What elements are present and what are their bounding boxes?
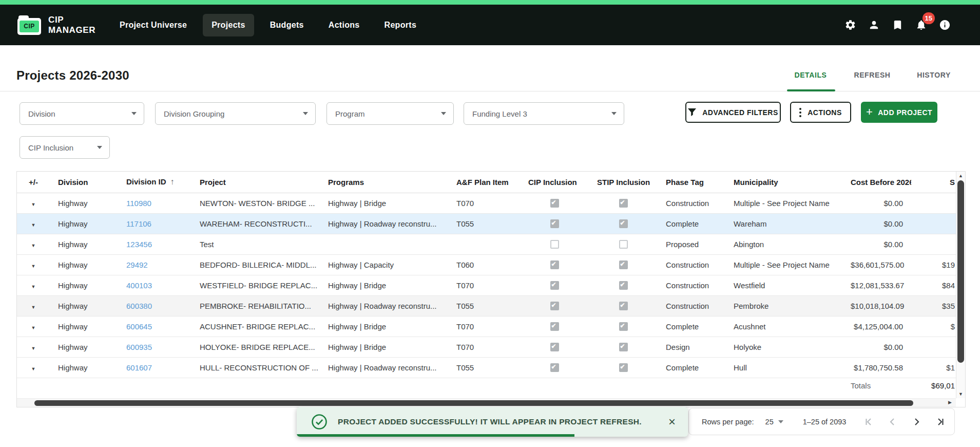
column-header-division-id[interactable]: Division ID↑ xyxy=(118,172,191,193)
stip-inclusion-checkbox[interactable] xyxy=(619,240,628,249)
cell-next-column-clipped xyxy=(911,193,956,213)
filter-division-grouping[interactable]: Division Grouping xyxy=(155,102,316,125)
filter-cip-inclusion[interactable]: CIP Inclusion xyxy=(20,136,110,159)
horizontal-scrollbar[interactable]: ▶ xyxy=(17,398,956,407)
row-expander-icon[interactable]: ▼ xyxy=(31,305,36,310)
nav-actions[interactable]: Actions xyxy=(320,14,369,36)
scroll-down-arrow-icon[interactable]: ▼ xyxy=(956,392,965,397)
settings-gear-icon[interactable] xyxy=(843,18,857,32)
stip-inclusion-checkbox[interactable] xyxy=(619,322,628,331)
stip-inclusion-checkbox[interactable] xyxy=(619,281,628,290)
logo-text: CIP xyxy=(20,21,39,32)
scroll-up-arrow-icon[interactable]: ▲ xyxy=(956,173,965,178)
previous-page-button[interactable] xyxy=(887,416,899,428)
first-page-button[interactable] xyxy=(863,416,875,428)
row-expander-icon[interactable]: ▼ xyxy=(31,284,36,289)
column-header-cost-before-2026[interactable]: Cost Before 2026 xyxy=(842,172,911,193)
division-id-link[interactable]: 117106 xyxy=(126,219,151,228)
column-header-cip-inclusion[interactable]: CIP Inclusion xyxy=(520,172,589,193)
horizontal-scrollbar-thumb[interactable] xyxy=(34,400,913,406)
scroll-right-arrow-icon[interactable]: ▶ xyxy=(948,400,952,405)
tab-refresh[interactable]: REFRESH xyxy=(841,68,903,79)
column-header-stip-inclusion[interactable]: STIP Inclusion xyxy=(589,172,658,193)
cell-af-plan-item: T055 xyxy=(448,213,520,234)
stip-inclusion-checkbox[interactable] xyxy=(619,343,628,351)
division-id-link[interactable]: 601607 xyxy=(126,363,152,372)
row-expander-icon[interactable]: ▼ xyxy=(31,243,36,248)
close-icon[interactable]: × xyxy=(668,416,676,428)
pagination-bar: Rows per page: 25 1–25 of 2093 xyxy=(688,408,955,435)
row-expander-icon[interactable]: ▼ xyxy=(31,202,36,207)
cip-inclusion-checkbox[interactable] xyxy=(550,343,559,351)
stip-inclusion-checkbox[interactable] xyxy=(619,219,628,228)
cip-inclusion-checkbox[interactable] xyxy=(550,199,559,208)
cip-inclusion-checkbox[interactable] xyxy=(550,322,559,331)
cell-stip-inclusion xyxy=(589,337,658,357)
cip-inclusion-checkbox[interactable] xyxy=(550,363,559,372)
table-row: ▼Highway601607HULL- RECONSTRUCTION OF ..… xyxy=(17,357,956,378)
last-page-button[interactable] xyxy=(934,416,946,428)
nav-projects[interactable]: Projects xyxy=(203,14,254,36)
filter-funding-level-3[interactable]: Funding Level 3 xyxy=(464,102,624,125)
actions-button[interactable]: ACTIONS xyxy=(790,102,851,123)
rows-per-page-select[interactable]: 25 xyxy=(765,418,783,426)
column-header-division[interactable]: Division xyxy=(50,172,118,193)
stip-inclusion-checkbox[interactable] xyxy=(619,199,628,208)
notifications-bell-icon[interactable]: 15 xyxy=(914,18,928,32)
cip-inclusion-checkbox[interactable] xyxy=(550,219,559,228)
cell-cip-inclusion xyxy=(520,254,589,275)
user-profile-icon[interactable] xyxy=(867,18,880,32)
cell-municipality: Pembroke xyxy=(725,295,842,316)
division-id-link[interactable]: 400103 xyxy=(126,281,152,290)
chevron-down-icon xyxy=(441,112,446,115)
cell-cost-before-2026: $0.00 xyxy=(842,193,911,213)
nav-project-universe[interactable]: Project Universe xyxy=(111,14,196,36)
stip-inclusion-checkbox[interactable] xyxy=(619,363,628,372)
division-id-link[interactable]: 29492 xyxy=(126,260,148,269)
vertical-scrollbar-thumb[interactable] xyxy=(957,180,964,363)
column-header-s[interactable]: S xyxy=(911,172,956,193)
division-id-link[interactable]: 600935 xyxy=(126,343,152,351)
tab-details[interactable]: DETAILS xyxy=(780,68,841,79)
division-id-link[interactable]: 123456 xyxy=(126,240,152,249)
table-row: ▼Highway400103WESTFIELD- BRIDGE REPLAC..… xyxy=(17,275,956,295)
cell-next-column-clipped: $ xyxy=(911,316,956,337)
filter-program[interactable]: Program xyxy=(326,102,454,125)
column-header-municipality[interactable]: Municipality xyxy=(725,172,842,193)
brand[interactable]: CIP CIP MANAGER xyxy=(17,15,95,35)
tab-history[interactable]: HISTORY xyxy=(903,68,965,79)
cip-inclusion-checkbox[interactable] xyxy=(550,302,559,310)
row-expander-icon[interactable]: ▼ xyxy=(31,222,36,228)
vertical-scrollbar[interactable]: ▲ ▼ xyxy=(956,172,965,398)
cell-programs: Highway | Roadway reconstru... xyxy=(320,357,448,378)
filter-division[interactable]: Division xyxy=(20,102,144,125)
nav-reports[interactable]: Reports xyxy=(376,14,426,36)
add-project-button[interactable]: + ADD PROJECT xyxy=(861,102,937,123)
cell-municipality: Multiple - See Project Name xyxy=(725,254,842,275)
cip-inclusion-checkbox[interactable] xyxy=(550,281,559,290)
cell-phase-tag: Construction xyxy=(658,295,725,316)
column-header-programs[interactable]: Programs xyxy=(320,172,448,193)
division-id-link[interactable]: 600645 xyxy=(126,322,152,331)
column-header--[interactable]: +/- xyxy=(17,172,50,193)
next-page-button[interactable] xyxy=(910,416,923,428)
row-expander-icon[interactable]: ▼ xyxy=(31,346,36,351)
info-icon[interactable] xyxy=(938,18,951,32)
bookmark-icon[interactable] xyxy=(891,18,904,32)
division-id-link[interactable]: 600380 xyxy=(126,302,152,310)
stip-inclusion-checkbox[interactable] xyxy=(619,260,628,269)
nav-budgets[interactable]: Budgets xyxy=(261,14,313,36)
cip-inclusion-checkbox[interactable] xyxy=(550,240,559,249)
row-expander-icon[interactable]: ▼ xyxy=(31,264,36,269)
advanced-filters-button[interactable]: ADVANCED FILTERS xyxy=(685,102,781,123)
row-expander-icon[interactable]: ▼ xyxy=(31,366,36,371)
column-header-phase-tag[interactable]: Phase Tag xyxy=(658,172,725,193)
column-header-project[interactable]: Project xyxy=(191,172,320,193)
column-header-a-f-plan-item[interactable]: A&F Plan Item xyxy=(448,172,520,193)
stip-inclusion-checkbox[interactable] xyxy=(619,302,628,310)
division-id-link[interactable]: 110980 xyxy=(126,199,151,208)
cip-inclusion-checkbox[interactable] xyxy=(550,260,559,269)
cell-division-id: 601607 xyxy=(118,357,191,378)
cell-project: BEDFORD- BILLERICA- MIDDL... xyxy=(191,254,320,275)
row-expander-icon[interactable]: ▼ xyxy=(31,325,36,330)
